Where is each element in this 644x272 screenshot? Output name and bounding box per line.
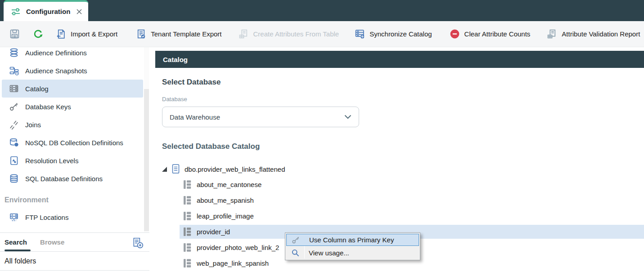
refresh-button[interactable] — [32, 28, 44, 40]
add-folder-icon[interactable] — [132, 237, 144, 249]
sidebar-nav: Audience Definitions Audience Snapshots — [0, 47, 143, 226]
sidebar: Audience Definitions Audience Snapshots — [0, 47, 149, 272]
column-icon — [182, 179, 192, 190]
tree-item-label: leap_profile_image — [197, 212, 254, 220]
clear-attribute-counts-label: Clear Attribute Counts — [464, 30, 531, 38]
column-icon — [182, 227, 192, 237]
primary-key-icon — [287, 236, 305, 244]
tree-item-about-me-spanish[interactable]: about_me_spanish — [155, 193, 644, 207]
tree-item-label: about_me_spanish — [197, 196, 254, 204]
tree-item-label: about_me_cantonese — [197, 181, 261, 188]
tenant-template-export-label: Tenant Template Export — [151, 30, 221, 38]
select-database-heading: Select Database — [162, 78, 221, 87]
import-export-button[interactable]: Import & Export — [55, 28, 117, 40]
database-select-value: Data Warehouse — [170, 113, 220, 121]
tab-search[interactable]: Search — [5, 238, 27, 246]
column-icon — [182, 195, 192, 205]
context-menu: Use Column as Primary Key View usage... — [285, 232, 420, 260]
sidebar-item-ftp-locations[interactable]: FTP Locations — [0, 208, 143, 226]
tree-item-about-me-cantonese[interactable]: about_me_cantonese — [155, 178, 644, 192]
column-icon — [182, 211, 192, 221]
tab-configuration[interactable]: Configuration — [4, 0, 88, 21]
synchronize-catalog-label: Synchronize Catalog — [369, 30, 432, 38]
ftp-server-icon — [9, 212, 19, 222]
sidebar-item-label: FTP Locations — [25, 214, 68, 221]
refresh-icon — [32, 28, 44, 40]
create-attributes-from-table-button: Create Attributes From Table — [238, 28, 339, 40]
chain-link-icon — [9, 120, 19, 129]
clear-attribute-counts-button[interactable]: Clear Attribute Counts — [449, 28, 531, 40]
database-label: Database — [162, 96, 187, 103]
chevron-down-icon — [344, 115, 351, 119]
snapshot-icon — [9, 66, 19, 76]
tree-item-label: web_page_link_spanish — [197, 259, 269, 267]
attribute-validation-report-button[interactable]: Attribute Validation Report — [546, 28, 640, 40]
tab-bar: Configuration — [0, 0, 644, 21]
sidebar-item-label: Catalog — [25, 85, 49, 93]
create-attributes-from-table-label: Create Attributes From Table — [253, 30, 339, 38]
create-attributes-from-table-icon — [238, 28, 249, 40]
sidebar-item-audience-definitions[interactable]: Audience Definitions — [0, 47, 143, 62]
sidebar-item-joins[interactable]: Joins — [0, 116, 143, 134]
sidebar-item-label: NoSQL DB Collection Definitions — [25, 139, 123, 147]
save-button[interactable] — [9, 28, 20, 40]
selected-database-catalog-heading: Selected Database Catalog — [162, 142, 260, 151]
close-icon[interactable] — [76, 8, 83, 15]
menu-item-label: Use Column as Primary Key — [309, 236, 394, 244]
sidebar-item-audience-snapshots[interactable]: Audience Snapshots — [0, 62, 143, 80]
attribute-validation-report-icon — [546, 28, 558, 40]
panel-title: Catalog — [163, 56, 188, 63]
sidebar-scrollbar[interactable] — [144, 47, 149, 232]
resolution-levels-icon — [9, 156, 19, 165]
active-tab-underline — [5, 250, 31, 251]
menu-item-label: View usage... — [309, 249, 349, 257]
server-rack-icon — [9, 84, 19, 94]
attribute-validation-report-label: Attribute Validation Report — [562, 30, 640, 38]
panel-header: Catalog — [155, 51, 644, 68]
search-icon — [286, 249, 304, 257]
import-export-label: Import & Export — [71, 30, 117, 38]
tenant-template-export-icon — [135, 28, 147, 40]
sidebar-item-catalog[interactable]: Catalog — [2, 80, 143, 98]
tab-browse[interactable]: Browse — [40, 238, 64, 246]
synchronize-catalog-icon — [354, 28, 365, 40]
tab-title: Configuration — [26, 8, 71, 15]
menu-item-view-usage[interactable]: View usage... — [286, 247, 419, 259]
sidebar-scrollbar-thumb[interactable] — [144, 89, 149, 231]
table-document-icon — [171, 164, 180, 174]
all-folders-item[interactable]: All folders — [0, 252, 149, 271]
expand-collapse-icon[interactable] — [162, 167, 167, 172]
key-icon — [9, 102, 19, 111]
sidebar-item-nosql-db-collection-definitions[interactable]: NoSQL DB Collection Definitions — [0, 134, 143, 152]
layers-icon — [9, 48, 19, 58]
sidebar-item-label: Resolution Levels — [25, 157, 78, 165]
database-select[interactable]: Data Warehouse — [162, 107, 359, 127]
sql-database-icon — [9, 174, 19, 183]
sidebar-item-label: Audience Snapshots — [25, 67, 87, 75]
sidebar-item-label: Audience Definitions — [25, 49, 87, 57]
tree-item-leap-profile-image[interactable]: leap_profile_image — [155, 209, 644, 223]
save-icon — [9, 28, 20, 40]
synchronize-catalog-button[interactable]: Synchronize Catalog — [354, 28, 432, 40]
sidebar-item-label: Database Keys — [25, 103, 71, 111]
column-icon — [182, 258, 192, 268]
menu-item-use-column-as-primary-key[interactable]: Use Column as Primary Key — [286, 234, 419, 246]
tree-root-table[interactable]: dbo.provider_web_links_flattened — [155, 163, 285, 175]
tree-item-label: provider_id — [197, 228, 230, 236]
nosql-database-icon — [9, 138, 19, 147]
sidebar-item-database-keys[interactable]: Database Keys — [0, 98, 143, 116]
main-panel: Catalog Select Database Database Data Wa… — [155, 47, 644, 272]
sidebar-item-label: Joins — [25, 121, 41, 129]
sidebar-item-resolution-levels[interactable]: Resolution Levels — [0, 152, 143, 169]
tree-root-label: dbo.provider_web_links_flattened — [185, 165, 285, 173]
tenant-template-export-button[interactable]: Tenant Template Export — [135, 28, 221, 40]
import-export-icon — [55, 28, 67, 40]
sidebar-section-environment: Environment — [0, 192, 143, 208]
sliders-icon — [10, 6, 21, 17]
sidebar-item-label: SQL Database Definitions — [25, 175, 103, 183]
search-browse-tabs: Search Browse — [0, 233, 149, 252]
search-panel: Search Browse All folders — [0, 232, 149, 271]
clear-attribute-counts-icon — [449, 28, 460, 40]
sidebar-item-sql-database-definitions[interactable]: SQL Database Definitions — [0, 169, 143, 187]
tree-item-label: provider_photo_web_link_2 — [197, 244, 279, 251]
